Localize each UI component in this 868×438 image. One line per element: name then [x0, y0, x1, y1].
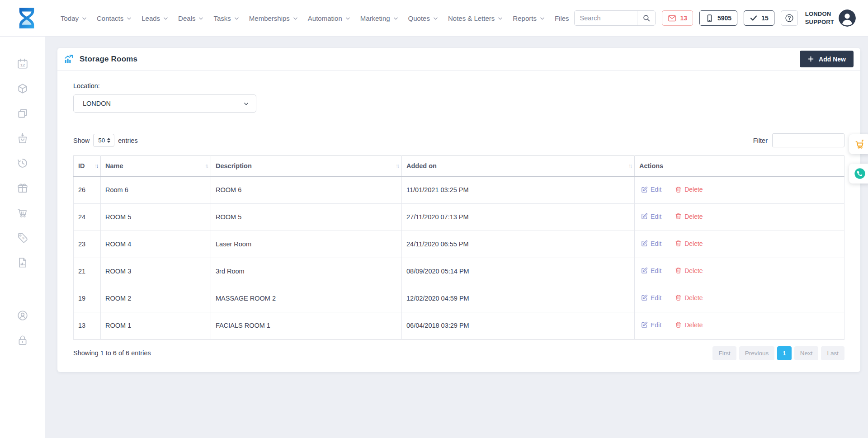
nav-item-memberships[interactable]: Memberships: [244, 14, 303, 22]
account-icon: [17, 310, 28, 321]
sidebar-item-purchases[interactable]: [17, 132, 28, 144]
search-button[interactable]: [637, 11, 655, 25]
floating-phone-button[interactable]: [849, 164, 868, 184]
delete-button[interactable]: Delete: [675, 186, 703, 193]
nav-item-notes-letters[interactable]: Notes & Letters: [443, 14, 508, 22]
cart-orange-icon: [854, 139, 865, 150]
filter-label: Filter: [753, 137, 768, 144]
nav-item-automation[interactable]: Automation: [303, 14, 355, 22]
filter-input[interactable]: [772, 133, 844, 147]
sidebar-item-lock[interactable]: [17, 334, 28, 346]
rooms-table-body: 26 Room 6 ROOM 6 11/01/2021 03:25 PM Edi…: [74, 176, 844, 339]
search-input[interactable]: [575, 14, 637, 22]
cart-icon: [17, 207, 28, 219]
card-header: Storage Rooms Add New: [57, 48, 860, 71]
tasks-count: 15: [761, 14, 769, 22]
delete-button[interactable]: Delete: [675, 294, 703, 301]
column-header-description[interactable]: Description ↑↓: [211, 156, 402, 177]
trash-icon: [675, 321, 682, 328]
app-logo[interactable]: [15, 6, 38, 30]
sidebar-item-cart[interactable]: [17, 207, 28, 219]
chevron-down-icon: [345, 17, 350, 20]
chevron-down-icon: [293, 17, 298, 20]
pagination-next[interactable]: Next: [794, 346, 819, 360]
nav-item-deals[interactable]: Deals: [173, 14, 208, 22]
table-row: 24 ROOM 5 ROOM 5 27/11/2020 07:13 PM Edi…: [74, 203, 844, 231]
sidebar: 12 $: [0, 36, 45, 438]
report-icon: [17, 257, 28, 268]
svg-text:12: 12: [20, 63, 24, 67]
user-menu[interactable]: LONDON SUPPORT: [805, 9, 856, 27]
edit-button[interactable]: Edit: [641, 267, 661, 274]
column-header-id[interactable]: ID ↑↓: [74, 156, 101, 177]
edit-button[interactable]: Edit: [641, 321, 661, 329]
pagination-first[interactable]: First: [712, 346, 736, 360]
plus-icon: [807, 56, 814, 62]
delete-button[interactable]: Delete: [675, 321, 703, 329]
sidebar-item-report[interactable]: [17, 257, 28, 268]
cell-name: ROOM 3: [101, 258, 211, 285]
edit-button[interactable]: Edit: [641, 294, 661, 301]
table-row: 21 ROOM 3 3rd Room 08/09/2020 05:14 PM E…: [74, 258, 844, 285]
nav-item-today[interactable]: Today: [56, 14, 92, 22]
storage-rooms-card: Storage Rooms Add New Location: LONDON S…: [57, 48, 860, 372]
pagination-previous[interactable]: Previous: [739, 346, 775, 360]
sidebar-item-gift[interactable]: [17, 182, 28, 194]
purchases-icon: [17, 132, 28, 144]
show-label: Show: [73, 137, 90, 144]
help-button[interactable]: [781, 10, 798, 26]
messages-badge[interactable]: 13: [662, 10, 693, 26]
nav-item-reports[interactable]: Reports: [508, 14, 550, 22]
phone-count: 5905: [717, 14, 731, 22]
page-title: Storage Rooms: [80, 55, 137, 64]
page-length-select[interactable]: 50: [93, 134, 114, 147]
pagination-last[interactable]: Last: [821, 346, 844, 360]
sidebar-item-calendar[interactable]: 12: [17, 58, 28, 70]
chevron-down-icon: [82, 17, 87, 20]
floating-cart-button[interactable]: [849, 134, 868, 154]
edit-button[interactable]: Edit: [641, 213, 661, 220]
column-header-name[interactable]: Name ↑↓: [101, 156, 211, 177]
cell-description: Laser Room: [211, 231, 402, 258]
sidebar-item-account[interactable]: [17, 310, 28, 321]
cell-id: 26: [74, 176, 101, 203]
delete-button[interactable]: Delete: [675, 213, 703, 220]
sidebar-item-history[interactable]: [17, 157, 28, 169]
cell-added-on: 06/04/2018 03:29 PM: [402, 312, 635, 339]
trash-icon: [675, 294, 682, 301]
topbar-badges: 13 5905 15: [662, 10, 797, 26]
delete-button[interactable]: Delete: [675, 240, 703, 247]
phone-badge[interactable]: 5905: [699, 10, 737, 26]
nav-item-marketing[interactable]: Marketing: [355, 14, 403, 22]
cell-description: FACIALS ROOM 1: [211, 312, 402, 339]
sidebar-item-products[interactable]: [17, 83, 28, 94]
nav-item-contacts[interactable]: Contacts: [92, 14, 137, 22]
pagination-1[interactable]: 1: [777, 346, 792, 360]
nav-item-files[interactable]: Files: [550, 14, 574, 22]
envelope-icon: [668, 14, 676, 23]
nav-item-leads[interactable]: Leads: [137, 14, 173, 22]
messages-count: 13: [680, 14, 687, 22]
edit-button[interactable]: Edit: [641, 186, 661, 193]
entries-label: entries: [118, 137, 138, 144]
edit-icon: [641, 213, 648, 220]
edit-icon: [641, 186, 648, 193]
calendar-icon: 12: [17, 58, 28, 70]
trash-icon: [675, 240, 682, 247]
length-menu: Show 50 entries: [73, 134, 138, 147]
card-body: Location: LONDON Show 50 entries: [57, 71, 860, 360]
sidebar-item-tag[interactable]: $: [17, 232, 28, 244]
column-header-added-on[interactable]: Added on ↑↓: [402, 156, 635, 177]
cell-id: 21: [74, 258, 101, 285]
sort-icons: ↑↓: [396, 163, 398, 169]
tasks-badge[interactable]: 15: [744, 10, 774, 26]
gift-icon: [17, 182, 28, 194]
delete-button[interactable]: Delete: [675, 267, 703, 274]
nav-item-quotes[interactable]: Quotes: [403, 14, 443, 22]
location-select[interactable]: LONDON: [73, 94, 256, 113]
sidebar-item-copy[interactable]: [17, 108, 28, 119]
edit-button[interactable]: Edit: [641, 240, 661, 247]
sort-icons: ↑↓: [205, 163, 208, 169]
nav-item-tasks[interactable]: Tasks: [208, 14, 244, 22]
add-new-button[interactable]: Add New: [800, 51, 854, 67]
